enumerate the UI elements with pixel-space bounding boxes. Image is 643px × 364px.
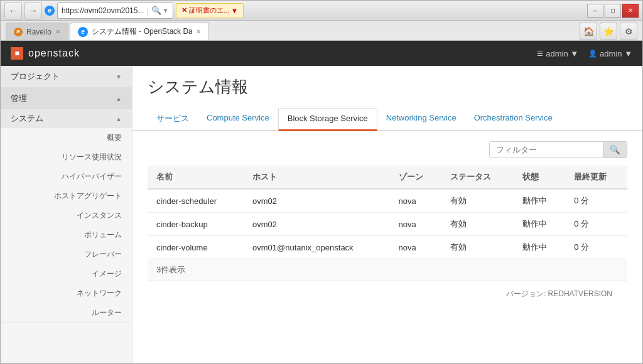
tab-close-ravello[interactable]: ✕ bbox=[55, 28, 60, 35]
cell-zone: nova bbox=[390, 213, 442, 236]
cell-host: ovm02 bbox=[244, 189, 390, 213]
tab-compute[interactable]: Compute Service bbox=[198, 108, 278, 131]
top-nav: ☰ admin ▼ 👤 admin ▼ bbox=[537, 49, 632, 58]
cell-updated: 0 分 bbox=[565, 236, 627, 259]
cell-state: 動作中 bbox=[514, 236, 566, 259]
sidebar-header-admin[interactable]: 管理 ▲ bbox=[1, 88, 132, 109]
cell-state: 動作中 bbox=[514, 189, 566, 213]
col-zone: ゾーン bbox=[390, 166, 442, 189]
table-footer: 3件表示 bbox=[148, 259, 627, 281]
sidebar-item-resources[interactable]: リソース使用状況 bbox=[1, 147, 132, 167]
table-row: cinder-backup ovm02 nova 有効 動作中 0 分 bbox=[148, 213, 627, 236]
search-icon: 🔍 bbox=[151, 6, 161, 15]
cell-status: 有効 bbox=[441, 213, 514, 236]
chevron-down-icon: ▼ bbox=[116, 73, 122, 80]
sidebar: プロジェクト ▼ 管理 ▲ システム ▲ 概要 リソース使用状況 ハイパーバイザ… bbox=[1, 66, 132, 363]
cell-status: 有効 bbox=[441, 236, 514, 259]
main-content: システム情報 サービス Compute Service Block Storag… bbox=[132, 66, 642, 363]
home-icon[interactable]: 🏠 bbox=[580, 23, 597, 40]
sidebar-item-overview[interactable]: 概要 bbox=[1, 128, 132, 147]
cell-name: cinder-scheduler bbox=[148, 189, 244, 213]
tab-networking[interactable]: Networking Service bbox=[377, 108, 465, 131]
cell-zone: nova bbox=[390, 236, 442, 259]
settings-icon[interactable]: ⚙ bbox=[620, 23, 637, 40]
favorites-icon[interactable]: ⭐ bbox=[600, 23, 617, 40]
browser-tab-ravello[interactable]: R Ravello ✕ bbox=[6, 23, 68, 40]
table-row: cinder-volume ovm01@nutanix_openstack no… bbox=[148, 236, 627, 259]
col-status: ステータス bbox=[441, 166, 514, 189]
cert-warning[interactable]: ✕ 証明書のエ... ▼ bbox=[176, 3, 244, 18]
col-updated: 最終更新 bbox=[565, 166, 627, 189]
tab-services[interactable]: サービス bbox=[148, 108, 198, 131]
cell-status: 有効 bbox=[441, 189, 514, 213]
cell-host: ovm02 bbox=[244, 213, 390, 236]
col-name: 名前 bbox=[148, 166, 244, 189]
sidebar-item-instances[interactable]: インスタンス bbox=[1, 206, 132, 225]
minimize-button[interactable]: – bbox=[587, 4, 603, 18]
cell-updated: 0 分 bbox=[565, 213, 627, 236]
filter-input-wrap: 🔍 bbox=[489, 141, 627, 158]
browser-tab-sysinfo[interactable]: e システム情報 - OpenStack Dashboard ✕ bbox=[70, 23, 209, 40]
sidebar-header-project[interactable]: プロジェクト ▼ bbox=[1, 66, 132, 87]
logo-square: ■ bbox=[11, 47, 23, 60]
maximize-button[interactable]: □ bbox=[605, 4, 621, 18]
table-header-row: 名前 ホスト ゾーン ステータス 状態 最終更新 bbox=[148, 166, 627, 189]
app-container: プロジェクト ▼ 管理 ▲ システム ▲ 概要 リソース使用状況 ハイパーバイザ… bbox=[1, 66, 642, 363]
tab-block-storage[interactable]: Block Storage Service bbox=[278, 108, 377, 131]
page-title: システム情報 bbox=[148, 76, 627, 98]
admin-menu[interactable]: ☰ admin ▼ bbox=[537, 49, 578, 58]
chevron-up-icon2: ▲ bbox=[116, 115, 122, 122]
filter-button[interactable]: 🔍 bbox=[603, 142, 627, 158]
cell-zone: nova bbox=[390, 189, 442, 213]
ie-tab-icon: e bbox=[78, 27, 88, 37]
sidebar-subsection-system[interactable]: システム ▲ bbox=[1, 109, 132, 128]
app-topbar: ■ openstack ☰ admin ▼ 👤 admin ▼ bbox=[1, 41, 642, 66]
page-header: システム情報 bbox=[132, 66, 642, 108]
cell-host: ovm01@nutanix_openstack bbox=[244, 236, 390, 259]
ravello-icon: R bbox=[14, 28, 23, 36]
cell-state: 動作中 bbox=[514, 213, 566, 236]
user-menu[interactable]: 👤 admin ▼ bbox=[588, 49, 632, 58]
sidebar-item-host-aggregate[interactable]: ホストアグリゲート bbox=[1, 186, 132, 206]
address-box[interactable]: https://ovm02ovm2015... | 🔍 ▼ bbox=[57, 3, 173, 19]
chevron-up-icon: ▲ bbox=[116, 95, 122, 102]
row-count: 3件表示 bbox=[148, 259, 627, 281]
filter-row: 🔍 bbox=[148, 141, 627, 158]
services-table: 名前 ホスト ゾーン ステータス 状態 最終更新 cinder-schedule… bbox=[148, 166, 627, 281]
cell-name: cinder-volume bbox=[148, 236, 244, 259]
tabs-bar: サービス Compute Service Block Storage Servi… bbox=[132, 108, 642, 131]
address-text: https://ovm02ovm2015... bbox=[62, 6, 144, 15]
sidebar-item-flavors[interactable]: フレーバー bbox=[1, 245, 132, 264]
tab-orchestration[interactable]: Orchestration Service bbox=[465, 108, 561, 131]
sidebar-item-images[interactable]: イメージ bbox=[1, 264, 132, 284]
cell-name: cinder-backup bbox=[148, 213, 244, 236]
tab-close-sysinfo[interactable]: ✕ bbox=[196, 28, 201, 35]
table-row: cinder-scheduler ovm02 nova 有効 動作中 0 分 bbox=[148, 189, 627, 213]
filter-input[interactable] bbox=[490, 142, 603, 158]
sidebar-item-networks[interactable]: ネットワーク bbox=[1, 284, 132, 303]
close-button[interactable]: ✕ bbox=[622, 4, 639, 18]
sidebar-item-routers[interactable]: ルーター bbox=[1, 303, 132, 323]
title-bar-right: – □ ✕ bbox=[587, 4, 639, 18]
content-area: 🔍 名前 ホスト ゾーン ステータス 状態 最終更新 bbox=[132, 131, 642, 317]
version-text: バージョン: REDHATVERSION bbox=[506, 289, 612, 298]
back-button[interactable]: ← bbox=[4, 2, 22, 19]
title-bar: ← → e https://ovm02ovm2015... | 🔍 ▼ ✕ 証明… bbox=[1, 1, 642, 21]
sidebar-section-project: プロジェクト ▼ bbox=[1, 66, 132, 88]
logo-area: ■ openstack bbox=[11, 47, 80, 60]
sidebar-item-volumes[interactable]: ボリューム bbox=[1, 225, 132, 245]
forward-button[interactable]: → bbox=[24, 2, 42, 19]
cell-updated: 0 分 bbox=[565, 189, 627, 213]
browser-toolbar-right: 🏠 ⭐ ⚙ bbox=[580, 23, 637, 40]
sidebar-section-admin: 管理 ▲ システム ▲ 概要 リソース使用状況 ハイパーバイザー ホストアグリゲ… bbox=[1, 88, 132, 323]
title-bar-left: ← → e https://ovm02ovm2015... | 🔍 ▼ ✕ 証明… bbox=[4, 2, 244, 19]
logo-text: openstack bbox=[28, 48, 80, 59]
browser-tab-bar: R Ravello ✕ e システム情報 - OpenStack Dashboa… bbox=[1, 21, 642, 41]
col-state: 状態 bbox=[514, 166, 566, 189]
sidebar-item-hypervisors[interactable]: ハイパーバイザー bbox=[1, 167, 132, 186]
col-host: ホスト bbox=[244, 166, 390, 189]
browser-icon: e bbox=[45, 6, 55, 16]
version-footer: バージョン: REDHATVERSION bbox=[148, 281, 627, 307]
